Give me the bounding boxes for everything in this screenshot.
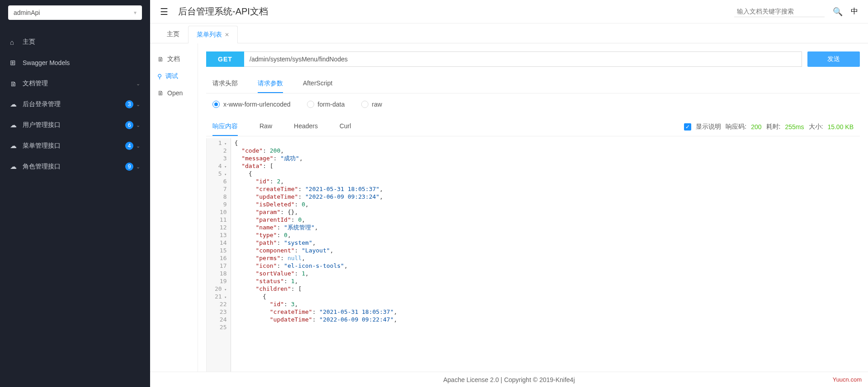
- menu-item-icon: ☁: [10, 121, 23, 129]
- request-tab[interactable]: 请求参数: [258, 75, 283, 93]
- sidebar: adminApi ▾ ⌂ 主页 ⊞ Swagger Models 🗎 文档管理 …: [0, 0, 150, 387]
- line-number: 23: [215, 308, 227, 316]
- subnav-item[interactable]: 🗎文档: [150, 51, 198, 68]
- count-badge: 9: [125, 163, 133, 171]
- document-tab[interactable]: 菜单列表✕: [188, 26, 238, 43]
- request-tab[interactable]: AfterScript: [303, 75, 332, 93]
- subnav-item[interactable]: ⚲调试: [150, 68, 198, 85]
- response-size-value: 15.00 KB: [827, 123, 854, 131]
- body-type-radios: x-www-form-urlencodedform-dataraw: [206, 93, 860, 115]
- count-badge: 3: [125, 100, 133, 108]
- line-number: 19: [215, 277, 227, 285]
- code-line: "updateTime": "2022-06-09 09:22:47",: [235, 316, 857, 323]
- close-icon[interactable]: ✕: [225, 32, 229, 38]
- menu-item-icon: ☁: [10, 142, 23, 150]
- line-number: 16: [215, 254, 227, 262]
- sub-navigation: 🗎文档⚲调试🗎Open: [150, 43, 198, 372]
- api-group-value: adminApi: [14, 9, 40, 16]
- code-line: "message": "成功",: [235, 154, 857, 162]
- line-number: 24: [215, 316, 227, 323]
- response-editor: 1234567891011121314151617181920212223242…: [206, 138, 860, 372]
- chevron-down-icon: ⌄: [136, 122, 140, 128]
- line-number: 25: [215, 323, 227, 331]
- document-tab[interactable]: 主页: [158, 25, 188, 43]
- menu-item-icon: ☁: [10, 100, 23, 108]
- footer-text: Apache License 2.0 | Copyright © 2019-Kn…: [443, 376, 575, 383]
- count-badge: 6: [125, 121, 133, 129]
- body-type-option[interactable]: form-data: [307, 101, 345, 108]
- radio-icon: [361, 101, 368, 108]
- radio-icon: [307, 101, 314, 108]
- radio-icon: [212, 101, 220, 108]
- subnav-item[interactable]: 🗎Open: [150, 85, 198, 101]
- line-number: 10: [215, 208, 227, 216]
- sidebar-item[interactable]: ⌂ 主页: [0, 32, 150, 52]
- code-line: "isDeleted": 0,: [235, 200, 857, 208]
- response-tab[interactable]: Headers: [294, 118, 318, 136]
- line-number: 17: [215, 262, 227, 270]
- sidebar-item[interactable]: ☁ 用户管理接口 6 ⌄: [0, 115, 150, 135]
- code-line: "status": 1,: [235, 277, 857, 285]
- line-number: 1: [215, 139, 227, 147]
- language-toggle[interactable]: 中: [851, 7, 858, 16]
- body-type-option[interactable]: raw: [361, 101, 382, 108]
- code-line: {: [235, 170, 857, 177]
- page-title: 后台管理系统-API文档: [178, 5, 734, 18]
- sidebar-item[interactable]: ☁ 菜单管理接口 4 ⌄: [0, 135, 150, 156]
- line-gutter: 1234567891011121314151617181920212223242…: [207, 138, 231, 372]
- line-number: 20: [215, 285, 227, 293]
- response-time-value: 255ms: [785, 123, 804, 131]
- line-number: 13: [215, 231, 227, 239]
- code-line: {: [235, 139, 857, 147]
- line-number: 3: [215, 154, 227, 162]
- search-icon[interactable]: 🔍: [833, 7, 843, 17]
- code-line: "data": [: [235, 162, 857, 170]
- sidebar-item[interactable]: 🗎 文档管理 ⌄: [0, 73, 150, 94]
- menu-item-icon: ☁: [10, 163, 23, 171]
- api-group-select[interactable]: adminApi ▾: [8, 5, 142, 20]
- chevron-down-icon: ⌄: [136, 81, 140, 87]
- code-line: "updateTime": "2022-06-09 09:23:24",: [235, 193, 857, 200]
- tab-label: 菜单列表: [197, 31, 222, 39]
- line-number: 2: [215, 147, 227, 154]
- radio-label: raw: [372, 101, 382, 108]
- response-tab[interactable]: 响应内容: [212, 118, 238, 136]
- response-code-label: 响应码:: [726, 123, 746, 131]
- code-line: "component": "Layout",: [235, 247, 857, 254]
- body-type-option[interactable]: x-www-form-urlencoded: [212, 101, 291, 108]
- radio-label: x-www-form-urlencoded: [223, 101, 291, 108]
- code-line: "path": "system",: [235, 239, 857, 247]
- menu-item-label: 角色管理接口: [23, 163, 125, 171]
- sidebar-menu: ⌂ 主页 ⊞ Swagger Models 🗎 文档管理 ⌄☁ 后台登录管理 3…: [0, 25, 150, 183]
- line-number: 22: [215, 300, 227, 308]
- response-body[interactable]: { "code": 200, "message": "成功", "data": …: [231, 138, 860, 372]
- response-time-label: 耗时:: [766, 123, 781, 131]
- line-number: 14: [215, 239, 227, 247]
- request-tab[interactable]: 请求头部: [212, 75, 238, 93]
- subnav-icon: ⚲: [157, 73, 162, 80]
- response-tab[interactable]: Raw: [259, 118, 272, 136]
- subnav-icon: 🗎: [157, 89, 164, 97]
- search-input[interactable]: [734, 6, 825, 17]
- send-button[interactable]: 发送: [807, 51, 860, 67]
- code-line: "perms": null,: [235, 254, 857, 262]
- chevron-down-icon: ▾: [134, 9, 137, 16]
- menu-item-label: 后台登录管理: [23, 100, 125, 108]
- sidebar-item[interactable]: ☁ 角色管理接口 9 ⌄: [0, 156, 150, 177]
- topbar: ☰ 后台管理系统-API文档 🔍 中: [150, 0, 868, 23]
- count-badge: 4: [125, 142, 133, 150]
- collapse-sidebar-icon[interactable]: ☰: [160, 6, 168, 17]
- code-line: {: [235, 293, 857, 300]
- chevron-down-icon: ⌄: [136, 164, 140, 170]
- code-line: "createTime": "2021-05-31 18:05:37",: [235, 308, 857, 316]
- sidebar-item[interactable]: ☁ 后台登录管理 3 ⌄: [0, 94, 150, 115]
- sidebar-item[interactable]: ⊞ Swagger Models: [0, 52, 150, 73]
- document-tabs: 主页菜单列表✕: [150, 23, 868, 43]
- show-description-label: 显示说明: [696, 123, 721, 131]
- url-input[interactable]: [244, 51, 802, 67]
- show-description-checkbox[interactable]: ✓: [684, 123, 691, 131]
- response-tab[interactable]: Curl: [340, 118, 351, 136]
- line-number: 9: [215, 200, 227, 208]
- response-tabs-row: 响应内容RawHeadersCurl ✓ 显示说明 响应码: 200 耗时: 2…: [206, 115, 860, 136]
- line-number: 7: [215, 185, 227, 193]
